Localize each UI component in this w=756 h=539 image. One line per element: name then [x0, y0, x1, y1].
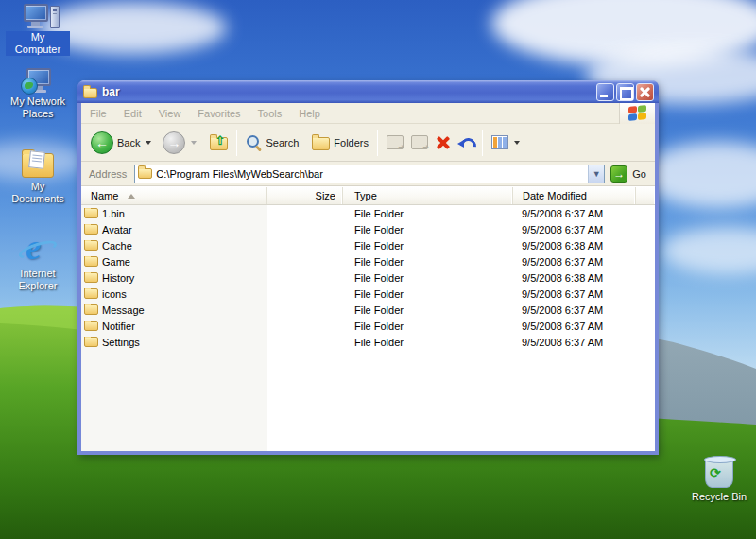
file-row[interactable]: Message File Folder 9/5/2008 6:37 AM [81, 302, 655, 318]
recycle-bin-icon [705, 458, 733, 488]
desktop-icon-label: My Computer [6, 31, 70, 56]
internet-explorer-icon: e [20, 231, 56, 265]
desktop-icon-label: Internet Explorer [11, 268, 64, 292]
file-modified: 9/5/2008 6:37 AM [513, 321, 636, 332]
file-name: Settings [102, 337, 140, 348]
file-name: Message [102, 304, 145, 316]
address-dropdown-button[interactable]: ▼ [588, 165, 604, 183]
column-type-label: Type [354, 190, 377, 201]
windows-logo-icon [619, 103, 655, 124]
title-bar[interactable]: bar [77, 80, 659, 103]
menu-help[interactable]: Help [290, 108, 329, 119]
file-type: File Folder [343, 208, 513, 219]
file-name: Game [102, 256, 130, 268]
close-button[interactable] [636, 83, 654, 101]
up-button[interactable]: ⇧ [206, 131, 232, 153]
file-row[interactable]: 1.bin File Folder 9/5/2008 6:37 AM [81, 205, 655, 221]
cloud [643, 142, 756, 208]
my-documents-icon [22, 153, 54, 178]
menu-favorites[interactable]: Favorites [189, 108, 249, 119]
views-button[interactable] [488, 132, 524, 152]
go-label: Go [632, 168, 646, 180]
folders-label: Folders [334, 137, 369, 148]
back-label: Back [117, 137, 140, 148]
desktop-icon-my-documents[interactable]: My Documents [4, 153, 72, 205]
address-folder-icon [138, 168, 152, 179]
explorer-window: bar File Edit View Favorites Tools Help … [77, 80, 659, 455]
file-type: File Folder [343, 288, 513, 300]
column-date-label: Date Modified [523, 190, 587, 201]
go-button[interactable]: → [610, 165, 627, 183]
my-network-places-icon [26, 68, 55, 93]
folder-icon [84, 240, 98, 251]
back-dropdown-icon[interactable] [146, 141, 151, 145]
address-combo[interactable]: ▼ [134, 165, 605, 183]
folders-icon [312, 137, 330, 150]
address-label: Address [89, 168, 127, 180]
column-name-label: Name [91, 190, 118, 201]
folder-icon [84, 272, 98, 283]
back-icon: ← [91, 131, 113, 154]
file-modified: 9/5/2008 6:38 AM [513, 272, 636, 284]
file-row[interactable]: Notifier File Folder 9/5/2008 6:37 AM [81, 318, 655, 334]
folder-icon [84, 208, 98, 218]
copy-to-button[interactable] [407, 132, 432, 152]
file-modified: 9/5/2008 6:37 AM [513, 288, 636, 300]
move-to-icon [387, 135, 404, 149]
file-rows: 1.bin File Folder 9/5/2008 6:37 AM Avata… [81, 205, 655, 451]
desktop-icon-my-computer[interactable]: My Computer [6, 4, 70, 56]
desktop-icon-recycle-bin[interactable]: Recycle Bin [688, 458, 750, 503]
menu-tools[interactable]: Tools [249, 108, 291, 119]
file-row[interactable]: Cache File Folder 9/5/2008 6:38 AM [81, 237, 655, 253]
column-header-date-modified[interactable]: Date Modified [513, 187, 636, 204]
back-button[interactable]: ← Back [87, 129, 155, 157]
desktop-icon-label: Recycle Bin [690, 491, 748, 503]
desktop-icon-label: My Network Places [4, 96, 72, 120]
my-computer-icon [24, 4, 52, 28]
file-row[interactable]: History File Folder 9/5/2008 6:38 AM [81, 270, 655, 286]
file-type: File Folder [343, 256, 513, 268]
minimize-button[interactable] [596, 83, 614, 101]
desktop-icon-my-network-places[interactable]: My Network Places [2, 68, 74, 120]
maximize-button[interactable] [616, 83, 634, 101]
move-to-button[interactable] [383, 132, 407, 152]
forward-dropdown-icon[interactable] [191, 141, 197, 145]
column-header-size[interactable]: Size [267, 187, 343, 204]
file-modified: 9/5/2008 6:37 AM [513, 337, 636, 348]
toolbar: ← Back → ⇧ Search Folders [81, 124, 655, 162]
search-button[interactable]: Search [242, 131, 302, 153]
folders-button[interactable]: Folders [308, 131, 372, 153]
copy-to-icon [411, 135, 428, 149]
column-header-name[interactable]: Name [81, 187, 267, 204]
desktop-icon-internet-explorer[interactable]: e Internet Explorer [8, 231, 68, 292]
column-size-label: Size [316, 190, 335, 201]
desktop: My Computer My Network Places My Documen… [0, 0, 756, 539]
column-header-filler [636, 187, 655, 204]
menu-file[interactable]: File [81, 108, 115, 119]
folder-icon [84, 321, 98, 331]
file-name: History [102, 272, 134, 284]
file-name: Notifier [102, 321, 135, 332]
address-input[interactable] [156, 168, 588, 180]
file-row[interactable]: Settings File Folder 9/5/2008 6:37 AM [81, 334, 655, 350]
undo-button[interactable] [455, 133, 477, 152]
file-type: File Folder [343, 224, 513, 235]
file-row[interactable]: icons File Folder 9/5/2008 6:37 AM [81, 286, 655, 302]
views-dropdown-icon[interactable] [514, 141, 520, 145]
column-header-type[interactable]: Type [343, 187, 513, 204]
menu-edit[interactable]: Edit [115, 108, 150, 119]
forward-icon: → [163, 131, 185, 154]
file-row[interactable]: Avatar File Folder 9/5/2008 6:37 AM [81, 221, 655, 237]
delete-button[interactable] [432, 132, 455, 153]
undo-icon [458, 136, 473, 149]
file-name: 1.bin [102, 208, 125, 219]
forward-button[interactable]: → [159, 129, 200, 157]
views-icon [491, 135, 508, 149]
file-row[interactable]: Game File Folder 9/5/2008 6:37 AM [81, 253, 655, 270]
file-modified: 9/5/2008 6:38 AM [513, 240, 636, 252]
file-modified: 9/5/2008 6:37 AM [513, 224, 636, 235]
search-label: Search [266, 137, 299, 148]
file-modified: 9/5/2008 6:37 AM [513, 304, 636, 316]
toolbar-separator [236, 130, 237, 156]
menu-view[interactable]: View [150, 108, 190, 119]
